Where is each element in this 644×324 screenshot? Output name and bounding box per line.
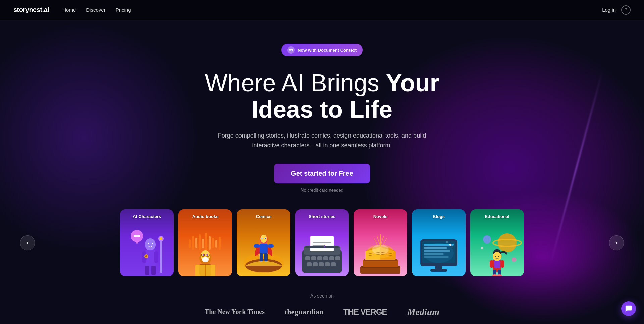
card-novels[interactable]: Novels — [354, 209, 407, 276]
svg-rect-44 — [268, 244, 274, 248]
help-button[interactable]: ? — [621, 5, 631, 15]
svg-point-34 — [207, 254, 208, 256]
login-button[interactable]: Log in — [602, 7, 616, 13]
svg-rect-58 — [305, 256, 310, 260]
chat-widget[interactable] — [621, 301, 636, 316]
svg-point-35 — [202, 257, 209, 262]
card-ai-image — [120, 223, 174, 276]
svg-marker-4 — [135, 241, 139, 244]
svg-rect-42 — [260, 244, 268, 254]
svg-rect-93 — [430, 269, 447, 272]
badge[interactable]: V9 Now with Document Context — [281, 44, 363, 56]
svg-rect-9 — [145, 266, 149, 275]
nav-discover[interactable]: Discover — [86, 7, 105, 13]
svg-rect-70 — [324, 245, 325, 247]
svg-rect-22 — [202, 239, 204, 248]
card-educational-label: Educational — [485, 214, 509, 219]
svg-rect-27 — [219, 237, 221, 250]
svg-point-2 — [136, 235, 138, 237]
medium-logo: Medium — [407, 307, 439, 317]
svg-rect-63 — [335, 256, 340, 260]
svg-rect-68 — [331, 262, 336, 266]
as-seen-on-section: As seen on The New York Times theguardia… — [0, 276, 644, 317]
nav-left: storynest.ai Home Discover Pricing — [13, 6, 131, 14]
nav-home[interactable]: Home — [62, 7, 76, 13]
svg-point-17 — [152, 243, 153, 244]
svg-rect-18 — [189, 239, 191, 248]
svg-rect-24 — [209, 236, 211, 250]
svg-point-50 — [262, 238, 263, 239]
svg-rect-67 — [325, 262, 330, 266]
card-novels-image — [354, 223, 407, 276]
card-short-bg: Short stories — [295, 209, 349, 276]
svg-rect-65 — [313, 262, 318, 266]
card-blogs[interactable]: Blogs — [412, 209, 466, 276]
card-blogs-bg: Blogs — [412, 209, 466, 276]
card-educational-bg: Educational — [470, 209, 524, 276]
svg-point-33 — [203, 254, 204, 256]
svg-rect-66 — [319, 262, 324, 266]
navbar: storynest.ai Home Discover Pricing Log i… — [0, 0, 644, 20]
svg-rect-105 — [500, 260, 504, 268]
card-audio-books[interactable]: Audio books — [178, 209, 232, 276]
svg-rect-11 — [160, 239, 162, 273]
svg-point-108 — [495, 256, 496, 257]
nav-pricing-link[interactable]: Pricing — [116, 7, 131, 13]
card-short-image — [295, 223, 349, 276]
nav-discover-link[interactable]: Discover — [86, 7, 105, 13]
no-credit-text: No credit card needed — [301, 187, 343, 193]
cards-container: AI Characters — [35, 209, 609, 276]
svg-point-15 — [145, 255, 147, 257]
card-educational[interactable]: Educational — [470, 209, 524, 276]
svg-point-98 — [481, 247, 483, 249]
card-novels-bg: Novels — [354, 209, 407, 276]
press-logos: The New York Times theguardian THE VERGE… — [0, 307, 644, 317]
svg-rect-59 — [311, 256, 316, 260]
educational-svg — [470, 223, 524, 276]
card-audio-image — [178, 223, 232, 276]
card-audio-label: Audio books — [192, 214, 219, 219]
card-ai-bg: AI Characters — [120, 209, 174, 276]
svg-rect-25 — [212, 238, 214, 248]
svg-rect-61 — [323, 256, 328, 260]
svg-point-51 — [265, 238, 266, 239]
card-blogs-image — [412, 223, 466, 276]
svg-point-89 — [449, 244, 451, 246]
nav-right: Log in ? — [602, 5, 631, 15]
hero-section: V9 Now with Document Context Where AI Br… — [0, 20, 644, 209]
blogs-svg — [412, 223, 466, 276]
novels-svg — [354, 223, 407, 276]
svg-rect-45 — [260, 253, 263, 261]
card-comics[interactable]: Comics — [237, 209, 290, 276]
verge-logo: THE VERGE — [343, 307, 387, 317]
card-audio-bg: Audio books — [178, 209, 232, 276]
logo[interactable]: storynest.ai — [13, 6, 49, 14]
short-stories-svg — [295, 223, 349, 276]
svg-rect-20 — [195, 238, 197, 248]
hero-title-normal: Where AI Brings — [205, 69, 386, 96]
guardian-logo: theguardian — [285, 308, 323, 316]
svg-rect-60 — [317, 256, 322, 260]
svg-rect-10 — [151, 266, 156, 275]
svg-rect-54 — [310, 236, 334, 251]
svg-point-91 — [452, 246, 453, 247]
card-short-stories[interactable]: Short stories — [295, 209, 349, 276]
nav-links: Home Discover Pricing — [62, 7, 131, 13]
cta-button[interactable]: Get started for Free — [274, 164, 370, 183]
svg-point-97 — [512, 257, 516, 262]
nav-pricing[interactable]: Pricing — [116, 7, 131, 13]
nav-home-link[interactable]: Home — [62, 7, 76, 13]
svg-rect-64 — [307, 262, 312, 266]
svg-rect-62 — [329, 256, 334, 260]
carousel-section: ‹ AI Characters — [0, 209, 644, 276]
ai-char-svg — [127, 226, 167, 276]
card-educational-image — [470, 223, 524, 276]
card-novels-label: Novels — [373, 214, 388, 219]
svg-point-16 — [148, 243, 149, 244]
svg-rect-23 — [205, 233, 207, 251]
carousel-prev-button[interactable]: ‹ — [20, 235, 35, 250]
carousel-next-button[interactable]: › — [609, 235, 624, 250]
svg-point-109 — [498, 256, 499, 257]
card-ai-characters[interactable]: AI Characters — [120, 209, 174, 276]
audio-svg — [185, 226, 225, 276]
